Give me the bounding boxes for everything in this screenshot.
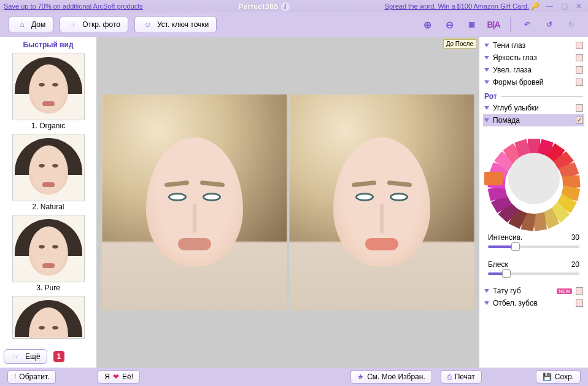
slider-label: Блеск <box>488 260 508 269</box>
home-button[interactable]: ⌂Дом <box>9 16 53 33</box>
more-count-badge: 1 <box>53 351 65 362</box>
home-icon: ⌂ <box>17 19 28 30</box>
adjustment-label: Углуб улыбки <box>493 104 572 112</box>
before-after-button[interactable]: B|A <box>485 17 501 33</box>
preset-item[interactable]: 1. Organic <box>12 53 84 130</box>
chevron-down-icon <box>484 44 489 47</box>
photo-before[interactable] <box>102 95 287 311</box>
adjustment-label: Яркость глаз <box>493 53 572 62</box>
heart-icon: ❤ <box>113 372 119 381</box>
undo-button[interactable]: ↺ <box>541 17 557 33</box>
titlebar: Save up to 70% on additional ArcSoft pro… <box>0 0 588 12</box>
key-icon[interactable]: 🔑 <box>529 2 540 10</box>
new-badge: NEW <box>557 288 572 294</box>
adjustment-label: Увел. глаза <box>493 66 572 74</box>
slider-track[interactable] <box>488 272 579 275</box>
preset-item[interactable]: 3. Pure <box>12 215 84 292</box>
keypoints-button[interactable]: ☺Уст. ключ точки <box>134 16 217 33</box>
promo-left-link[interactable]: Save up to 70% on additional ArcSoft pro… <box>4 2 143 10</box>
adjustment-label: Тени глаз <box>493 41 572 50</box>
color-wheel-center <box>508 153 560 204</box>
slider-thumb[interactable] <box>511 242 520 251</box>
adjustment-checkbox[interactable] <box>576 104 583 112</box>
adjustment-label: Отбел. зубов <box>493 299 572 307</box>
slider: Блеск20 <box>483 258 584 285</box>
preset-label: 2. Natural <box>12 203 84 211</box>
chevron-down-icon <box>484 301 489 305</box>
print-button[interactable]: ⎙Печат <box>441 370 482 384</box>
love-button[interactable]: Я❤Eё! <box>98 370 140 384</box>
hand-icon: ☞ <box>10 351 21 362</box>
exclaim-icon: ! <box>14 372 16 381</box>
adjustment-checkbox[interactable] <box>576 79 583 86</box>
undo-all-button[interactable]: ↶ <box>519 17 535 33</box>
toolbar: ⌂Дом ☞Откр. фото ☺Уст. ключ точки ⊕ ⊖ ▣ … <box>0 12 588 37</box>
adjustment-row[interactable]: Помада <box>483 114 584 126</box>
chevron-down-icon <box>484 118 489 122</box>
adjustment-checkbox[interactable] <box>576 117 583 124</box>
adjustment-row[interactable]: Яркость глаз <box>483 52 584 64</box>
chevron-down-icon <box>484 68 489 72</box>
color-wheel[interactable] <box>488 133 580 225</box>
promo-right-link[interactable]: Spread the word. Win a $100 Amazon Gift … <box>385 2 529 10</box>
before-after-tooltip: До После <box>443 39 476 48</box>
slider-value: 30 <box>571 233 579 242</box>
sidebar: Быстрый вид 1. Organic2. Natural3. Pure … <box>0 37 97 368</box>
adjustment-label: Тату губ <box>493 287 553 295</box>
canvas: До После <box>97 37 479 368</box>
star-icon: ★ <box>357 372 364 381</box>
chevron-down-icon <box>484 289 489 293</box>
slider-value: 20 <box>571 260 579 269</box>
separator <box>510 17 511 32</box>
more-presets-button[interactable]: ☞Ещё <box>4 349 47 364</box>
app-title: Perfect365i <box>143 1 385 11</box>
adjustment-row[interactable]: Углуб улыбки <box>483 102 584 114</box>
maximize-button[interactable]: ▢ <box>559 2 570 10</box>
adjustment-row[interactable]: Тату губNEW <box>483 285 584 297</box>
slider-label: Интенсив. <box>488 233 522 242</box>
minimize-button[interactable]: — <box>544 2 555 10</box>
feedback-button[interactable]: !Обратит. <box>7 370 56 384</box>
adjustment-checkbox[interactable] <box>576 66 583 74</box>
adjustment-row[interactable]: Отбел. зубов <box>483 297 584 309</box>
adjustment-checkbox[interactable] <box>576 54 583 61</box>
adjustment-checkbox[interactable] <box>576 42 583 49</box>
adjustments-panel: Тени глазЯркость глазУвел. глазаФормы бр… <box>479 37 588 368</box>
adjustment-checkbox[interactable] <box>576 299 583 307</box>
info-icon[interactable]: i <box>281 2 290 11</box>
open-photo-button[interactable]: ☞Откр. фото <box>60 16 128 33</box>
save-button[interactable]: 💾Сохр. <box>536 370 581 384</box>
sidebar-title: Быстрый вид <box>0 37 96 53</box>
chevron-down-icon <box>484 106 489 110</box>
chevron-down-icon <box>484 56 489 60</box>
zoom-out-button[interactable]: ⊖ <box>441 17 457 33</box>
redo-button[interactable]: ↻ <box>563 17 579 33</box>
hand-icon: ☞ <box>68 19 79 30</box>
preset-item[interactable] <box>12 296 84 339</box>
adjustment-label: Помада <box>493 116 572 125</box>
zoom-in-button[interactable]: ⊕ <box>419 17 435 33</box>
favorites-button[interactable]: ★См. Моё Избран. <box>350 370 432 384</box>
adjustment-row[interactable]: Формы бровей <box>483 76 584 88</box>
disk-icon: 💾 <box>543 372 552 381</box>
preset-item[interactable]: 2. Natural <box>12 134 84 211</box>
statusbar: !Обратит. Я❤Eё! ★См. Моё Избран. ⎙Печат … <box>0 368 588 386</box>
category-header: Рот <box>483 88 584 102</box>
adjustment-row[interactable]: Увел. глаза <box>483 64 584 76</box>
print-icon: ⎙ <box>447 372 452 381</box>
adjustment-label: Формы бровей <box>493 78 572 87</box>
close-button[interactable]: ✕ <box>573 2 584 10</box>
face-icon: ☺ <box>142 19 153 30</box>
preset-label: 1. Organic <box>12 122 84 130</box>
adjustment-checkbox[interactable] <box>576 287 583 295</box>
photo-after[interactable] <box>289 95 474 311</box>
adjustment-row[interactable]: Тени глаз <box>483 39 584 52</box>
color-selected <box>484 172 503 185</box>
chevron-down-icon <box>484 80 489 84</box>
preset-label: 3. Pure <box>12 284 84 292</box>
slider: Интенсив.30 <box>483 231 584 258</box>
fit-screen-button[interactable]: ▣ <box>463 17 479 33</box>
slider-track[interactable] <box>488 245 579 248</box>
slider-thumb[interactable] <box>502 269 511 278</box>
